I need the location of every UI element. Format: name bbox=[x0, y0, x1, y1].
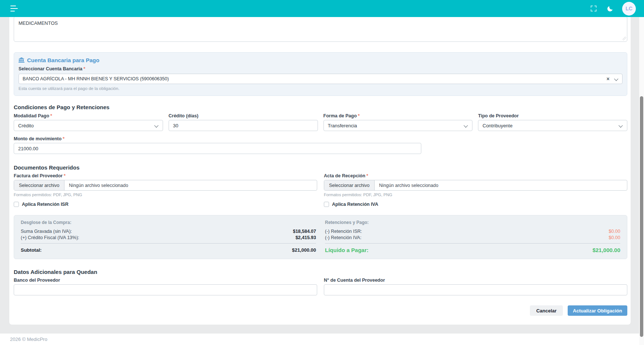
update-obligation-button[interactable]: Actualizar Obligación bbox=[568, 305, 627, 316]
summary-desglose-column: Desglose de la Compra: Suma Gravada (sin… bbox=[21, 220, 316, 254]
subtotal-label: Subtotal: bbox=[21, 247, 42, 253]
field-label: Crédito (días) bbox=[169, 113, 199, 118]
moon-icon[interactable] bbox=[606, 4, 614, 13]
bank-section-title: Cuenta Bancaria para Pago bbox=[27, 57, 99, 63]
required-asterisk: * bbox=[63, 136, 64, 141]
retencion-iva-checkbox-row[interactable]: Aplica Retención IVA bbox=[324, 201, 627, 207]
documents-heading: Documentos Requeridos bbox=[14, 164, 627, 171]
upload-acta: Acta de Recepción * Seleccionar archivo … bbox=[324, 173, 627, 197]
cuenta-proveedor-input[interactable] bbox=[324, 284, 627, 295]
forma-pago-select[interactable]: Transferencia bbox=[323, 120, 473, 131]
chevron-down-icon bbox=[619, 124, 623, 127]
bank-account-select[interactable]: BANCO AGRÍCOLA - MH RNNH BIENES Y SERVIC… bbox=[19, 74, 623, 84]
field-banco-proveedor: Banco del Proveedor bbox=[14, 277, 317, 295]
liquido-pagar-label: Líquido a Pagar: bbox=[325, 247, 369, 253]
copyright-text: 2026 © MedicPro bbox=[10, 336, 47, 342]
resize-grip-icon[interactable] bbox=[623, 37, 626, 40]
bank-account-section: Cuenta Bancaria para Pago Seleccionar Cu… bbox=[14, 52, 627, 96]
field-cuenta-proveedor: N° de Cuenta del Proveedor bbox=[324, 277, 627, 295]
summary-row-value: $2,415.93 bbox=[295, 235, 316, 240]
summary-row-label: (+) Crédito Fiscal (IVA 13%): bbox=[21, 235, 79, 240]
page-scrollbar[interactable] bbox=[639, 17, 644, 345]
liquido-pagar-value: $21,000.00 bbox=[592, 247, 620, 253]
field-label: Forma de Pago bbox=[323, 113, 357, 118]
modalidad-pago-select[interactable]: Crédito bbox=[14, 120, 163, 131]
clear-icon[interactable]: × bbox=[607, 76, 610, 81]
required-asterisk: * bbox=[50, 113, 52, 118]
summary-row-label: (-) Retención ISR: bbox=[325, 229, 362, 234]
field-label: Tipo de Proveedor bbox=[478, 113, 519, 118]
required-asterisk: * bbox=[83, 66, 85, 71]
credito-dias-input[interactable] bbox=[169, 120, 318, 131]
selected-value: Transferencia bbox=[328, 123, 357, 128]
field-label: Factura del Proveedor bbox=[14, 173, 63, 178]
scrollbar-thumb[interactable] bbox=[640, 96, 643, 337]
field-label: N° de Cuenta del Proveedor bbox=[324, 278, 385, 283]
summary-row-value: $0.00 bbox=[609, 229, 620, 234]
factura-file-input[interactable]: Seleccionar archivo Ningún archivo selec… bbox=[14, 180, 317, 191]
totals-summary-box: Desglose de la Compra: Suma Gravada (sin… bbox=[14, 215, 627, 259]
required-asterisk: * bbox=[64, 173, 66, 178]
field-forma-pago: Forma de Pago * Transferencia bbox=[323, 113, 473, 131]
summary-row-label: (-) Retención IVA: bbox=[325, 235, 361, 240]
file-formats-helper: Formatos permitidos: PDF, JPG, PNG bbox=[14, 192, 317, 197]
acta-file-input[interactable]: Seleccionar archivo Ningún archivo selec… bbox=[324, 180, 627, 191]
monto-movimiento-input[interactable] bbox=[14, 143, 421, 154]
chevron-down-icon bbox=[155, 124, 159, 127]
field-label: Modalidad Pago bbox=[14, 113, 49, 118]
summary-divider bbox=[325, 243, 620, 244]
summary-column-title: Desglose de la Compra: bbox=[21, 220, 316, 226]
required-asterisk: * bbox=[358, 113, 360, 118]
summary-row-value: $18,584.07 bbox=[293, 229, 316, 234]
fullscreen-icon[interactable] bbox=[590, 4, 598, 13]
chevron-down-icon bbox=[464, 124, 468, 127]
required-asterisk: * bbox=[366, 173, 368, 178]
upload-factura: Factura del Proveedor * Seleccionar arch… bbox=[14, 173, 317, 197]
file-status-text: Ningún archivo seleccionado bbox=[375, 183, 438, 188]
file-formats-helper: Formatos permitidos: PDF, JPG, PNG bbox=[324, 192, 627, 197]
top-navbar: LC bbox=[0, 0, 644, 17]
additional-heading: Datos Adicionales para Quedan bbox=[14, 269, 627, 275]
summary-retenciones-column: Retenciones y Pago: (-) Retención ISR: $… bbox=[325, 220, 620, 254]
summary-divider bbox=[21, 243, 316, 244]
banco-proveedor-input[interactable] bbox=[14, 284, 317, 295]
chevron-down-icon[interactable] bbox=[615, 77, 618, 81]
bank-account-selected-value: BANCO AGRÍCOLA - MH RNNH BIENES Y SERVIC… bbox=[23, 76, 607, 81]
conditions-heading: Condiciones de Pago y Retenciones bbox=[14, 104, 627, 111]
field-modalidad-pago: Modalidad Pago * Crédito bbox=[14, 113, 163, 131]
subtotal-value: $21,000.00 bbox=[292, 247, 316, 253]
summary-row-label: Suma Gravada (sin IVA): bbox=[21, 229, 72, 234]
bank-select-label: Seleccionar Cuenta Bancaria bbox=[19, 66, 82, 71]
select-file-button[interactable]: Seleccionar archivo bbox=[324, 180, 375, 190]
obligation-form-card: MEDICAMENTOS Cuenta Bancaria para Pago S… bbox=[9, 7, 631, 325]
selected-value: Crédito bbox=[18, 123, 34, 128]
description-textarea[interactable]: MEDICAMENTOS bbox=[14, 16, 627, 42]
avatar-initials: LC bbox=[625, 6, 633, 11]
field-label: Acta de Recepción bbox=[324, 173, 365, 178]
selected-value: Contribuyente bbox=[482, 123, 512, 128]
checkbox-unchecked[interactable] bbox=[324, 202, 329, 207]
field-tipo-proveedor: Tipo de Proveedor Contribuyente bbox=[478, 113, 627, 131]
cancel-button[interactable]: Cancelar bbox=[530, 305, 563, 316]
user-avatar[interactable]: LC bbox=[622, 2, 636, 16]
bank-icon bbox=[19, 57, 24, 63]
file-status-text: Ningún archivo seleccionado bbox=[64, 183, 128, 188]
retencion-isr-checkbox-row[interactable]: Aplica Retención ISR bbox=[14, 201, 317, 207]
bank-select-helper: Esta cuenta se utilizará para el pago de… bbox=[19, 86, 623, 91]
summary-column-title: Retenciones y Pago: bbox=[325, 220, 620, 226]
field-label: Banco del Proveedor bbox=[14, 278, 60, 283]
field-credito-dias: Crédito (días) bbox=[169, 113, 318, 131]
checkbox-label: Aplica Retención IVA bbox=[332, 202, 378, 207]
monto-label: Monto de movimiento bbox=[14, 136, 62, 141]
tipo-proveedor-select[interactable]: Contribuyente bbox=[478, 120, 627, 131]
checkbox-unchecked[interactable] bbox=[14, 202, 19, 207]
menu-icon[interactable] bbox=[10, 6, 19, 11]
page-footer: 2026 © MedicPro bbox=[0, 334, 644, 345]
select-file-button[interactable]: Seleccionar archivo bbox=[14, 180, 64, 190]
summary-row-value: $0.00 bbox=[609, 235, 620, 240]
checkbox-label: Aplica Retención ISR bbox=[22, 202, 69, 207]
